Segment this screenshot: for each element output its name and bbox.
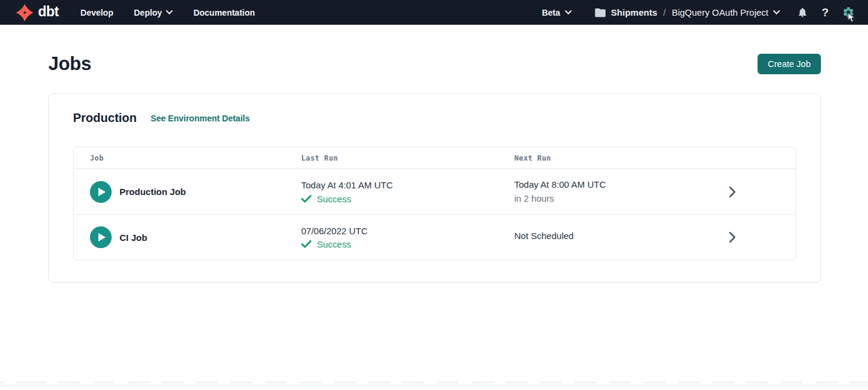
column-header-next-run: Next Run	[514, 154, 685, 162]
chevron-down-icon	[166, 10, 173, 14]
jobs-page: Jobs Create Job Production See Environme…	[0, 25, 868, 283]
status-badge: Success	[317, 239, 351, 249]
project-breadcrumb[interactable]: Shipments / BigQuery OAuth Project	[595, 7, 780, 18]
dbt-logo[interactable]: dbt	[16, 4, 59, 22]
help-icon: ?	[822, 6, 829, 19]
breadcrumb-environment: BigQuery OAuth Project	[672, 7, 768, 18]
last-run-time: 07/06/2022 UTC	[301, 225, 514, 237]
last-run-status: Success	[301, 194, 514, 204]
create-job-button[interactable]: Create Job	[758, 54, 821, 74]
folder-icon	[595, 8, 606, 18]
page-title: Jobs	[48, 53, 91, 75]
check-icon	[301, 240, 311, 248]
nav-develop[interactable]: Develop	[80, 8, 113, 18]
table-header-row: Job Last Run Next Run	[74, 147, 796, 169]
top-navbar: dbt Develop Deploy Documentation Beta Sh…	[0, 0, 868, 25]
next-run-note: in 2 hours	[514, 193, 685, 205]
page-bottom-edge	[0, 385, 868, 388]
check-icon	[301, 195, 311, 203]
notifications-button[interactable]	[796, 6, 809, 19]
status-badge: Success	[317, 194, 351, 204]
last-run-time: Today At 4:01 AM UTC	[301, 179, 514, 191]
job-name: Production Job	[120, 187, 186, 197]
last-run-cell: Today At 4:01 AM UTC Success	[301, 179, 514, 203]
column-header-actions	[685, 154, 779, 162]
below-fold-skeleton	[0, 382, 868, 383]
play-icon[interactable]	[90, 226, 112, 248]
environment-card: Production See Environment Details Job L…	[48, 94, 821, 283]
next-run-cell: Not Scheduled	[514, 230, 685, 244]
column-header-job: Job	[90, 154, 301, 162]
jobs-table: Job Last Run Next Run Production Job Tod…	[73, 147, 796, 260]
dbt-logo-icon	[16, 4, 34, 22]
nav-documentation[interactable]: Documentation	[193, 8, 255, 18]
last-run-status: Success	[301, 239, 514, 249]
chevron-right-icon[interactable]	[729, 187, 736, 197]
page-header: Jobs Create Job	[48, 53, 821, 75]
chevron-down-icon	[773, 10, 780, 14]
chevron-right-icon[interactable]	[729, 232, 736, 243]
row-open-cell	[685, 232, 779, 243]
job-cell: CI Job	[90, 226, 301, 248]
nav-deploy[interactable]: Deploy	[134, 8, 173, 18]
environment-header: Production See Environment Details	[73, 111, 796, 125]
job-name: CI Job	[120, 232, 147, 243]
next-run-time: Not Scheduled	[514, 230, 685, 242]
play-icon[interactable]	[90, 181, 112, 203]
last-run-cell: 07/06/2022 UTC Success	[301, 225, 514, 249]
row-open-cell	[685, 187, 779, 197]
table-row[interactable]: Production Job Today At 4:01 AM UTC Succ…	[74, 169, 796, 214]
mouse-cursor-icon	[847, 12, 857, 23]
breadcrumb-project: Shipments	[611, 7, 657, 18]
primary-nav: Develop Deploy Documentation	[80, 8, 255, 18]
chevron-down-icon	[565, 10, 572, 14]
breadcrumb-separator: /	[662, 7, 667, 18]
beta-dropdown[interactable]: Beta	[542, 8, 572, 18]
table-row[interactable]: CI Job 07/06/2022 UTC Success Not Schedu…	[74, 214, 796, 260]
next-run-cell: Today At 8:00 AM UTC in 2 hours	[514, 179, 685, 205]
bell-icon	[797, 6, 808, 19]
navbar-right: Beta Shipments / BigQuery OAuth Project …	[542, 6, 855, 19]
help-button[interactable]: ?	[819, 6, 832, 19]
navbar-icons: ?	[796, 6, 855, 19]
environment-details-link[interactable]: See Environment Details	[151, 113, 250, 123]
column-header-last-run: Last Run	[301, 154, 514, 162]
dbt-logo-text: dbt	[38, 5, 59, 21]
environment-name: Production	[73, 111, 137, 125]
job-cell: Production Job	[90, 181, 301, 203]
next-run-time: Today At 8:00 AM UTC	[514, 179, 685, 191]
settings-button[interactable]	[841, 6, 855, 19]
